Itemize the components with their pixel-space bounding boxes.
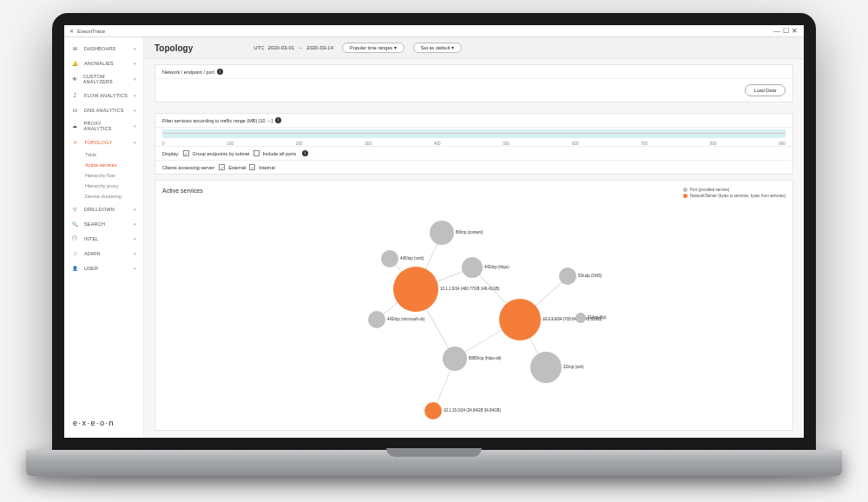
sidebar-item-label: ADMIN [84, 251, 101, 256]
server-node[interactable] [393, 267, 438, 312]
port-node[interactable] [443, 347, 467, 371]
sidebar-item-label: ANOMALIES [84, 61, 114, 66]
app-logo-icon: ✕ [69, 28, 74, 34]
date-from[interactable]: 2020-03-01 [268, 45, 295, 50]
chevron-down-icon: ▾ [134, 61, 136, 66]
sidebar-item-drilldown[interactable]: ▽DRILLDOWN▾ [64, 201, 143, 216]
sidebar-item-flow-analytics[interactable]: ⤴FLOW ANALYTICS▾ [64, 88, 143, 102]
info-icon[interactable]: i [302, 150, 308, 156]
filter-panel: Filter services according to traffic ran… [155, 113, 793, 175]
sidebar-item-label: SEARCH [84, 221, 105, 227]
load-data-button[interactable]: Load Data [745, 84, 786, 96]
sidebar-item-topology[interactable]: ⚛TOPOLOGY▾ [64, 135, 143, 149]
sidebar-sub-device-clustering[interactable]: Device clustering [64, 191, 143, 201]
port-node[interactable] [430, 221, 454, 245]
admin-icon: ⎍ [71, 249, 79, 257]
popular-ranges-dropdown[interactable]: Popular time ranges ▾ [342, 43, 404, 53]
intel-icon: ⓘ [71, 234, 79, 242]
slider-tick: 300 [365, 142, 372, 146]
external-label: External [228, 165, 246, 170]
sidebar-item-label: USER [84, 266, 98, 271]
minimize-button[interactable]: — [773, 27, 781, 35]
chevron-down-icon: ▾ [134, 108, 136, 113]
topology-icon: ⚛ [71, 138, 79, 146]
chart-panel: Active services Port (provided service)N… [155, 180, 793, 431]
node-label: 10.1.1.0/24 (460.77GB 149.41GB) [440, 287, 500, 291]
server-node[interactable] [424, 402, 442, 419]
sidebar-sub-active-services[interactable]: Active services [64, 160, 143, 170]
port-node[interactable] [575, 313, 586, 323]
sidebar-item-search[interactable]: 🔍SEARCH▾ [64, 216, 143, 231]
group-endpoints-checkbox[interactable]: ✓ [183, 150, 189, 156]
sidebar-item-intel[interactable]: ⓘINTEL▾ [64, 231, 143, 246]
server-node[interactable] [499, 299, 541, 340]
sidebar-item-label: FLOW ANALYTICS [84, 93, 128, 98]
arrow-right-icon: → [298, 45, 303, 50]
sidebar-item-label: CUSTOM ANALYZERS [83, 74, 128, 84]
sidebar-item-custom-analyzers[interactable]: 👁CUSTOM ANALYZERS▾ [64, 70, 143, 88]
set-default-dropdown[interactable]: Set as default ▾ [413, 43, 462, 53]
include-ports-checkbox[interactable] [253, 150, 260, 156]
page-header: Topology UTC 2020-03-01 → 2020-03-14 Pop… [144, 37, 804, 59]
node-label: 443/tcp (https) [484, 265, 510, 269]
sidebar-sub-hierarchy-proxy[interactable]: Hierarchy proxy [64, 181, 143, 191]
brand-logo: e·x·e·o·n [64, 412, 143, 434]
internal-checkbox[interactable]: ✓ [249, 164, 255, 170]
group-endpoints-label: Group endpoints by subnet [193, 151, 250, 156]
sidebar-item-anomalies[interactable]: 🔔ANOMALIES▾ [64, 56, 143, 70]
node-label: 21/tcp (ftp) [588, 315, 607, 320]
chevron-down-icon: ▾ [134, 76, 136, 82]
chart-legend: Port (provided service)Network/Server (b… [683, 188, 786, 200]
port-node[interactable] [381, 250, 398, 268]
sidebar-item-label: DNS ANALYTICS [84, 108, 124, 113]
network-graph[interactable]: 10.1.1.0/24 (460.77GB 149.41GB)10.3.3.0/… [155, 207, 792, 430]
sidebar-item-dashboard[interactable]: ⊞DASHBOARD▾ [64, 41, 143, 56]
sidebar-sub-table[interactable]: Table [64, 149, 143, 160]
port-node[interactable] [530, 352, 562, 383]
chevron-down-icon: ▾ [134, 123, 136, 129]
maximize-button[interactable]: ☐ [781, 27, 790, 35]
port-node[interactable] [368, 311, 385, 328]
app-name: ExeonTrace [77, 29, 105, 34]
info-icon[interactable]: i [217, 69, 223, 75]
sidebar-item-label: DRILLDOWN [84, 207, 115, 212]
date-to[interactable]: 2020-03-14 [306, 45, 333, 50]
slider-tick: 0 [162, 142, 165, 146]
port-node[interactable] [559, 268, 576, 285]
sidebar-item-proxy-analytics[interactable]: ☁PROXY ANALYTICS▾ [64, 117, 143, 135]
sidebar-sub-hierarchy-flow[interactable]: Hierarchy flow [64, 170, 143, 181]
slider-tick: 800 [710, 142, 717, 146]
dashboard-icon: ⊞ [71, 44, 79, 52]
traffic-range-slider[interactable] [162, 129, 786, 138]
node-label: 443/tcp (microsoft-ds) [387, 317, 425, 321]
chevron-down-icon: ▾ [134, 207, 136, 212]
main-content: Topology UTC 2020-03-01 → 2020-03-14 Pop… [144, 37, 804, 438]
clients-label: Clients accessing server: [162, 165, 215, 170]
close-button[interactable]: ✕ [790, 27, 799, 35]
bell-icon: 🔔 [71, 59, 79, 67]
sidebar-item-admin[interactable]: ⎍ADMIN▾ [64, 246, 143, 261]
legend-label: Network/Server (bytes to services, bytes… [690, 194, 786, 198]
node-label: 10.1.15.0/24 (34.84GB 34.84GB) [444, 408, 501, 413]
chevron-down-icon: ▾ [134, 221, 136, 227]
cloud-icon: ☁ [71, 122, 79, 130]
sidebar-item-dns-analytics[interactable]: ⊟DNS ANALYTICS▾ [64, 102, 143, 117]
node-label: 8080/tcp (https-alt) [469, 356, 502, 360]
external-checkbox[interactable]: ✓ [219, 164, 225, 170]
legend-item: Port (provided service) [683, 188, 786, 192]
sidebar-item-user[interactable]: 👤USER▾ [64, 261, 143, 275]
include-ports-label: Include all ports [263, 151, 297, 156]
filter-icon: ▽ [71, 205, 79, 213]
chevron-down-icon: ▾ [134, 46, 136, 51]
page-title: Topology [155, 43, 193, 53]
utc-label: UTC [253, 45, 264, 50]
sidebar-item-label: DASHBOARD [84, 46, 116, 51]
port-node[interactable] [462, 257, 483, 278]
sidebar-item-label: PROXY ANALYTICS [84, 121, 128, 131]
dns-icon: ⊟ [71, 106, 79, 114]
sidebar: ⊞DASHBOARD▾🔔ANOMALIES▾👁CUSTOM ANALYZERS▾… [64, 37, 144, 438]
network-panel: Network / endpoint / port i Load Data [155, 64, 793, 102]
sidebar-item-label: TOPOLOGY [84, 140, 112, 145]
info-icon[interactable]: i [275, 117, 281, 123]
slider-tick: 100 [227, 142, 233, 146]
